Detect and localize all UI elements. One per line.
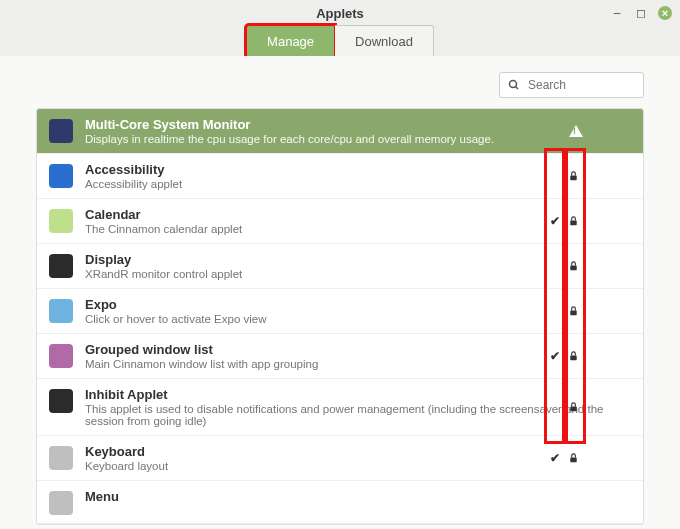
search-icon — [508, 79, 520, 91]
applet-subtitle: Click or hover to activate Expo view — [85, 313, 613, 325]
applet-row[interactable]: ExpoClick or hover to activate Expo view — [37, 289, 643, 334]
applet-icon — [49, 119, 73, 143]
search-input[interactable] — [526, 77, 635, 93]
close-icon[interactable]: × — [658, 6, 672, 20]
applet-subtitle: This applet is used to disable notificat… — [85, 403, 613, 427]
applet-icon — [49, 344, 73, 368]
tab-download[interactable]: Download — [335, 25, 434, 58]
applet-title: Grouped window list — [85, 342, 613, 357]
tab-manage[interactable]: Manage — [246, 25, 335, 58]
applet-icon — [49, 491, 73, 515]
applet-title: Expo — [85, 297, 613, 312]
applet-row[interactable]: KeyboardKeyboard layout✔ — [37, 436, 643, 481]
titlebar: Applets – ◻ × Manage Download — [0, 0, 680, 56]
applet-subtitle: Accessibility applet — [85, 178, 613, 190]
applet-row[interactable]: CalendarThe Cinnamon calendar applet✔ — [37, 199, 643, 244]
search-input-wrap[interactable] — [499, 72, 644, 98]
applet-row[interactable]: Multi-Core System MonitorDisplays in rea… — [37, 109, 643, 154]
svg-rect-5 — [570, 311, 576, 316]
lock-icon — [568, 171, 579, 182]
lock-icon — [568, 261, 579, 272]
applet-title: Accessibility — [85, 162, 613, 177]
svg-rect-7 — [570, 407, 576, 412]
svg-rect-6 — [570, 356, 576, 361]
svg-rect-8 — [570, 458, 576, 463]
applet-title: Keyboard — [85, 444, 613, 459]
page-title: Applets — [0, 0, 680, 21]
applet-title: Calendar — [85, 207, 613, 222]
applet-icon — [49, 446, 73, 470]
svg-rect-3 — [570, 221, 576, 226]
minimize-icon[interactable]: – — [610, 6, 624, 20]
applet-row[interactable]: Menu — [37, 481, 643, 524]
alert-icon — [569, 125, 583, 137]
lock-icon — [568, 306, 579, 317]
svg-point-0 — [510, 81, 517, 88]
applet-subtitle: Main Cinnamon window list with app group… — [85, 358, 613, 370]
svg-line-1 — [516, 87, 519, 90]
applet-subtitle: Keyboard layout — [85, 460, 613, 472]
svg-rect-4 — [570, 266, 576, 271]
applet-title: Multi-Core System Monitor — [85, 117, 613, 132]
applet-title: Inhibit Applet — [85, 387, 613, 402]
lock-icon — [568, 453, 579, 464]
applet-subtitle: Displays in realtime the cpu usage for e… — [85, 133, 613, 145]
lock-icon — [568, 402, 579, 413]
applet-row[interactable]: Inhibit AppletThis applet is used to dis… — [37, 379, 643, 436]
lock-icon — [568, 351, 579, 362]
lock-icon — [568, 216, 579, 227]
applet-row[interactable]: AccessibilityAccessibility applet — [37, 154, 643, 199]
applet-icon — [49, 299, 73, 323]
svg-rect-2 — [570, 176, 576, 181]
applet-title: Display — [85, 252, 613, 267]
applet-title: Menu — [85, 489, 613, 504]
applet-list: Multi-Core System MonitorDisplays in rea… — [36, 108, 644, 525]
applet-row[interactable]: DisplayXRandR monitor control applet — [37, 244, 643, 289]
check-icon: ✔ — [550, 451, 560, 465]
applet-icon — [49, 209, 73, 233]
applet-row[interactable]: Grouped window listMain Cinnamon window … — [37, 334, 643, 379]
applet-subtitle: XRandR monitor control applet — [85, 268, 613, 280]
maximize-icon[interactable]: ◻ — [634, 6, 648, 20]
applet-icon — [49, 254, 73, 278]
applet-icon — [49, 389, 73, 413]
applet-icon — [49, 164, 73, 188]
check-icon: ✔ — [550, 214, 560, 228]
applet-subtitle: The Cinnamon calendar applet — [85, 223, 613, 235]
check-icon: ✔ — [550, 349, 560, 363]
